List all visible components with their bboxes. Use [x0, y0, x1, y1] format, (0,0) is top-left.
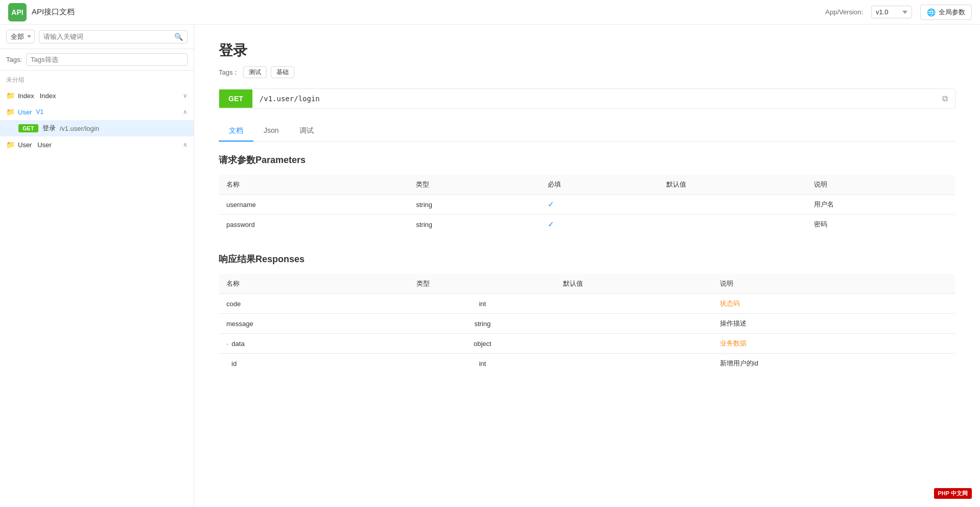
- logo: API: [8, 3, 27, 21]
- param-desc: 用户名: [807, 195, 955, 215]
- param-type: string: [409, 215, 541, 235]
- page-title: 登录: [219, 41, 955, 60]
- method-button[interactable]: GET: [219, 89, 252, 108]
- param-required: ✓: [541, 215, 660, 235]
- col-header-desc: 说明: [807, 175, 955, 195]
- sidebar-item-user-v1[interactable]: 📁 User V1 ∧: [0, 104, 194, 120]
- tags-row-label: Tags：: [219, 68, 239, 77]
- sidebar-item-index-label: Index Index: [18, 92, 56, 100]
- request-params-table: 名称 类型 必填 默认值 说明 username string ✓ 用户名 pa…: [219, 174, 955, 235]
- copy-button[interactable]: ⧉: [935, 89, 955, 108]
- res-col-default: 默认值: [556, 274, 713, 294]
- res-col-type: 类型: [409, 274, 556, 294]
- param-required: ✓: [541, 195, 660, 215]
- endpoint-path: /v1.user/login: [252, 89, 935, 108]
- version-select[interactable]: v1.0: [871, 6, 912, 18]
- table-row: message string 操作描述: [219, 314, 955, 334]
- res-default: [556, 314, 713, 334]
- tags-bar: Tags:: [0, 49, 194, 71]
- table-row: password string ✓ 密码: [219, 215, 955, 235]
- tags-row: Tags： 测试 基础: [219, 66, 955, 78]
- param-name: password: [219, 215, 409, 235]
- col-header-required: 必填: [541, 175, 660, 195]
- layout: 全部 🔍 Tags: 未分组 📁 Index Index ∨ 📁 User: [0, 25, 980, 507]
- tab-debug[interactable]: 调试: [289, 121, 324, 142]
- tag-badge-basic: 基础: [271, 66, 294, 78]
- sidebar-item-user-version: V1: [36, 108, 43, 116]
- app-title: API接口文档: [32, 7, 75, 17]
- tag-badge-test: 测试: [243, 66, 267, 78]
- res-type: int: [409, 354, 556, 374]
- api-item-path: /v1.user/login: [60, 125, 99, 132]
- search-input-wrap: 🔍: [39, 30, 188, 43]
- check-icon: ✓: [548, 220, 554, 228]
- res-type: int: [409, 294, 556, 314]
- category-select[interactable]: 全部: [6, 30, 35, 43]
- table-row: id int 新增用户的id: [219, 354, 955, 374]
- param-default: [659, 195, 807, 215]
- res-default: [556, 294, 713, 314]
- search-input[interactable]: [43, 33, 171, 40]
- group-label: 未分组: [0, 71, 194, 87]
- param-name: username: [219, 195, 409, 215]
- method-badge-get: GET: [18, 124, 38, 132]
- tab-docs[interactable]: 文档: [219, 121, 253, 142]
- tags-input[interactable]: [26, 53, 188, 66]
- chevron-down-icon: ∨: [183, 92, 188, 99]
- res-name: -data: [219, 334, 409, 354]
- sidebar-search-bar: 全部 🔍: [0, 25, 194, 49]
- tags-label: Tags:: [6, 56, 22, 63]
- res-name: id: [219, 354, 409, 374]
- res-desc: 业务数据: [713, 334, 955, 354]
- sidebar: 全部 🔍 Tags: 未分组 📁 Index Index ∨ 📁 User: [0, 25, 194, 507]
- res-name: message: [219, 314, 409, 334]
- table-row: -data object 业务数据: [219, 334, 955, 354]
- res-col-name: 名称: [219, 274, 409, 294]
- res-name: code: [219, 294, 409, 314]
- folder-icon-user: 📁: [6, 108, 15, 116]
- table-row: code int 状态码: [219, 294, 955, 314]
- res-type: object: [409, 334, 556, 354]
- sidebar-item-user-group[interactable]: 📁 User User ∧: [0, 136, 194, 153]
- res-desc: 操作描述: [713, 314, 955, 334]
- check-icon: ✓: [548, 200, 554, 209]
- sidebar-item-index[interactable]: 📁 Index Index ∨: [0, 87, 194, 104]
- res-default: [556, 334, 713, 354]
- param-default: [659, 215, 807, 235]
- collapse-icon[interactable]: -: [226, 340, 228, 348]
- globe-icon: 🌐: [927, 8, 936, 16]
- res-desc: 新增用户的id: [713, 354, 955, 374]
- param-desc: 密码: [807, 215, 955, 235]
- php-badge: PHP 中文网: [934, 488, 972, 499]
- top-header: API API接口文档 App/Version: v1.0 🌐 全局参数: [0, 0, 980, 25]
- endpoint-bar: GET /v1.user/login ⧉: [219, 88, 955, 109]
- header-right: App/Version: v1.0 🌐 全局参数: [825, 5, 972, 20]
- request-section-title: 请求参数Parameters: [219, 154, 955, 166]
- col-header-name: 名称: [219, 175, 409, 195]
- version-label: App/Version:: [825, 8, 863, 16]
- folder-icon: 📁: [6, 91, 15, 100]
- res-desc: 状态码: [713, 294, 955, 314]
- global-params-button[interactable]: 🌐 全局参数: [920, 5, 972, 20]
- col-header-default: 默认值: [659, 175, 807, 195]
- sidebar-item-user-label: User: [18, 108, 32, 116]
- chevron-up-icon: ∧: [183, 108, 188, 116]
- content-tabs: 文档 Json 调试: [219, 121, 955, 142]
- api-item-name: 登录: [42, 124, 56, 133]
- main-content: 登录 Tags： 测试 基础 GET /v1.user/login ⧉ 文档 J…: [194, 25, 980, 507]
- sidebar-item-user-group-label: User User: [18, 141, 52, 149]
- tab-json[interactable]: Json: [253, 121, 289, 142]
- res-type: string: [409, 314, 556, 334]
- header-left: API API接口文档: [8, 3, 75, 21]
- res-default: [556, 354, 713, 374]
- response-table: 名称 类型 默认值 说明 code int 状态码 message string: [219, 273, 955, 374]
- sidebar-list: 未分组 📁 Index Index ∨ 📁 User V1 ∧ GET 登录 /…: [0, 71, 194, 507]
- param-type: string: [409, 195, 541, 215]
- col-header-type: 类型: [409, 175, 541, 195]
- chevron-up-icon-2: ∧: [183, 141, 188, 148]
- search-icon: 🔍: [174, 33, 183, 41]
- res-col-desc: 说明: [713, 274, 955, 294]
- response-section-title: 响应结果Responses: [219, 253, 955, 265]
- folder-icon-user2: 📁: [6, 141, 15, 149]
- sidebar-api-login[interactable]: GET 登录 /v1.user/login: [0, 120, 194, 136]
